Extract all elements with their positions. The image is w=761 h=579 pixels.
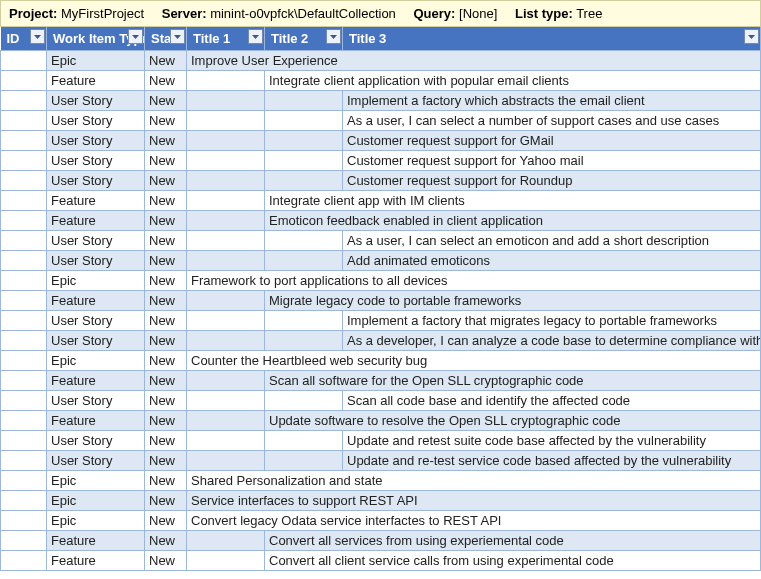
cell-title3[interactable]: Customer request support for Roundup — [343, 171, 761, 191]
cell-title1[interactable] — [187, 151, 265, 171]
col-title1[interactable]: Title 1 — [187, 27, 265, 51]
cell-title3[interactable]: Customer request support for Yahoo mail — [343, 151, 761, 171]
cell-title2[interactable] — [265, 431, 343, 451]
cell-title2[interactable] — [265, 171, 343, 191]
cell-state[interactable]: New — [145, 71, 187, 91]
cell-state[interactable]: New — [145, 251, 187, 271]
cell-type[interactable]: Feature — [47, 371, 145, 391]
cell-state[interactable]: New — [145, 491, 187, 511]
table-row[interactable]: FeatureNewConvert all services from usin… — [1, 531, 761, 551]
cell-title1[interactable] — [187, 251, 265, 271]
cell-id[interactable] — [1, 151, 47, 171]
cell-state[interactable]: New — [145, 511, 187, 531]
filter-icon[interactable] — [326, 29, 341, 44]
table-row[interactable]: EpicNewService interfaces to support RES… — [1, 491, 761, 511]
table-row[interactable]: FeatureNewIntegrate client app with IM c… — [1, 191, 761, 211]
cell-type[interactable]: User Story — [47, 231, 145, 251]
cell-title3[interactable]: As a user, I can select an emoticon and … — [343, 231, 761, 251]
cell-type[interactable]: Feature — [47, 211, 145, 231]
cell-title1[interactable] — [187, 91, 265, 111]
cell-title2[interactable] — [265, 451, 343, 471]
cell-title2[interactable]: Migrate legacy code to portable framewor… — [265, 291, 761, 311]
cell-type[interactable]: User Story — [47, 131, 145, 151]
cell-type[interactable]: Feature — [47, 291, 145, 311]
table-row[interactable]: EpicNewImprove User Experience — [1, 51, 761, 71]
cell-state[interactable]: New — [145, 111, 187, 131]
filter-icon[interactable] — [128, 29, 143, 44]
cell-state[interactable]: New — [145, 391, 187, 411]
cell-title2[interactable] — [265, 131, 343, 151]
cell-title1[interactable]: Service interfaces to support REST API — [187, 491, 761, 511]
cell-title3[interactable]: As a developer, I can analyze a code bas… — [343, 331, 761, 351]
cell-type[interactable]: Feature — [47, 551, 145, 571]
cell-id[interactable] — [1, 491, 47, 511]
cell-type[interactable]: User Story — [47, 431, 145, 451]
cell-title2[interactable]: Integrate client app with IM clients — [265, 191, 761, 211]
cell-title1[interactable] — [187, 531, 265, 551]
cell-title1[interactable] — [187, 131, 265, 151]
cell-title1[interactable]: Framework to port applications to all de… — [187, 271, 761, 291]
cell-state[interactable]: New — [145, 451, 187, 471]
cell-id[interactable] — [1, 111, 47, 131]
cell-title3[interactable]: Customer request support for GMail — [343, 131, 761, 151]
col-title2[interactable]: Title 2 — [265, 27, 343, 51]
cell-id[interactable] — [1, 511, 47, 531]
cell-title3[interactable]: Add animated emoticons — [343, 251, 761, 271]
table-row[interactable]: User StoryNewCustomer request support fo… — [1, 131, 761, 151]
cell-title2[interactable]: Integrate client application with popula… — [265, 71, 761, 91]
cell-state[interactable]: New — [145, 211, 187, 231]
cell-title1[interactable] — [187, 211, 265, 231]
cell-title1[interactable]: Counter the Heartbleed web security bug — [187, 351, 761, 371]
table-row[interactable]: User StoryNewScan all code base and iden… — [1, 391, 761, 411]
cell-title2[interactable] — [265, 391, 343, 411]
cell-title1[interactable] — [187, 171, 265, 191]
cell-type[interactable]: User Story — [47, 331, 145, 351]
cell-id[interactable] — [1, 211, 47, 231]
cell-title1[interactable] — [187, 391, 265, 411]
cell-state[interactable]: New — [145, 191, 187, 211]
col-state[interactable]: State — [145, 27, 187, 51]
cell-type[interactable]: User Story — [47, 311, 145, 331]
cell-state[interactable]: New — [145, 371, 187, 391]
cell-title1[interactable] — [187, 231, 265, 251]
cell-title1[interactable]: Shared Personalization and state — [187, 471, 761, 491]
table-row[interactable]: FeatureNewIntegrate client application w… — [1, 71, 761, 91]
cell-type[interactable]: Feature — [47, 531, 145, 551]
table-row[interactable]: User StoryNewAs a user, I can select a n… — [1, 111, 761, 131]
cell-title3[interactable]: Implement a factory which abstracts the … — [343, 91, 761, 111]
cell-id[interactable] — [1, 231, 47, 251]
cell-title2[interactable]: Update software to resolve the Open SLL … — [265, 411, 761, 431]
cell-type[interactable]: User Story — [47, 451, 145, 471]
cell-state[interactable]: New — [145, 271, 187, 291]
cell-title3[interactable]: Scan all code base and identify the affe… — [343, 391, 761, 411]
table-row[interactable]: User StoryNewUpdate and retest suite cod… — [1, 431, 761, 451]
cell-type[interactable]: User Story — [47, 151, 145, 171]
table-row[interactable]: EpicNewCounter the Heartbleed web securi… — [1, 351, 761, 371]
filter-icon[interactable] — [170, 29, 185, 44]
cell-state[interactable]: New — [145, 351, 187, 371]
cell-type[interactable]: User Story — [47, 171, 145, 191]
cell-state[interactable]: New — [145, 51, 187, 71]
cell-type[interactable]: Epic — [47, 51, 145, 71]
cell-id[interactable] — [1, 91, 47, 111]
cell-type[interactable]: User Story — [47, 111, 145, 131]
cell-title2[interactable] — [265, 231, 343, 251]
table-row[interactable]: User StoryNewAdd animated emoticons — [1, 251, 761, 271]
cell-id[interactable] — [1, 351, 47, 371]
cell-type[interactable]: Epic — [47, 471, 145, 491]
table-row[interactable]: FeatureNewConvert all client service cal… — [1, 551, 761, 571]
cell-type[interactable]: User Story — [47, 391, 145, 411]
cell-id[interactable] — [1, 411, 47, 431]
cell-id[interactable] — [1, 171, 47, 191]
cell-type[interactable]: Feature — [47, 71, 145, 91]
cell-state[interactable]: New — [145, 231, 187, 251]
cell-title2[interactable]: Convert all services from using experiem… — [265, 531, 761, 551]
cell-type[interactable]: Feature — [47, 411, 145, 431]
cell-id[interactable] — [1, 191, 47, 211]
cell-title1[interactable] — [187, 331, 265, 351]
table-row[interactable]: User StoryNewImplement a factory that mi… — [1, 311, 761, 331]
cell-type[interactable]: User Story — [47, 91, 145, 111]
cell-title1[interactable] — [187, 291, 265, 311]
cell-state[interactable]: New — [145, 411, 187, 431]
cell-title1[interactable] — [187, 311, 265, 331]
